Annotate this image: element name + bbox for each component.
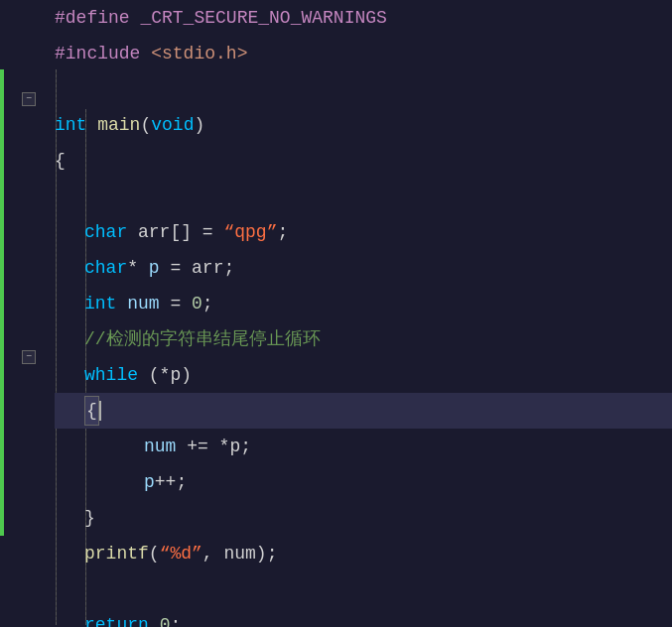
printf-format: “%d”	[160, 540, 202, 568]
line-while-close-brace: }	[55, 500, 672, 536]
while-cond: (*p)	[138, 361, 192, 390]
p-increment: ++;	[155, 468, 187, 497]
while-brace-close: }	[84, 504, 95, 533]
plus-assign: += *p;	[176, 433, 251, 461]
main-close-paren: )	[194, 111, 204, 140]
keyword-char-2: char	[84, 254, 127, 283]
var-num: num	[127, 290, 159, 318]
fold-icon-while[interactable]: −	[22, 350, 36, 364]
line-blank-1	[55, 71, 672, 107]
string-qpg: “qpg”	[223, 218, 277, 247]
comment-text: //检测的字符串结尾停止循环	[84, 325, 321, 354]
line-while-open-brace: {	[55, 393, 672, 429]
brace-open: {	[55, 147, 66, 176]
var-p: p	[149, 254, 160, 283]
line-return: return 0;	[55, 607, 672, 627]
function-main: main	[97, 111, 140, 140]
line-while: while (*p)	[55, 357, 672, 393]
keyword-return: return	[84, 611, 149, 627]
space-num	[116, 290, 127, 318]
semicolon-1: ;	[277, 218, 288, 247]
assign-num: =	[160, 290, 192, 318]
keyword-int: int	[55, 111, 97, 140]
line-printf: printf(“%d”, num);	[55, 536, 672, 571]
line-include: #include <stdio.h>	[55, 36, 672, 71]
line-int-num: int num = 0;	[55, 286, 672, 321]
arr-decl: arr[] =	[127, 218, 223, 247]
green-bar-2	[0, 347, 4, 536]
fn-printf: printf	[84, 540, 149, 568]
return-zero: 0	[160, 611, 171, 627]
keyword-while: while	[84, 361, 138, 390]
text-cursor	[99, 401, 101, 421]
code-editor[interactable]: − − #define _CRT_SECURE_NO_WARNINGS #inc…	[0, 0, 672, 627]
while-brace-open: {	[84, 396, 99, 427]
return-semicolon: ;	[170, 611, 181, 627]
preprocessor-define: #define _CRT_SECURE_NO_WARNINGS	[55, 4, 387, 33]
ptr-p-decl: *	[127, 254, 149, 283]
assign-p: = arr;	[160, 254, 235, 283]
code-lines: #define _CRT_SECURE_NO_WARNINGS #include…	[40, 0, 672, 627]
fold-icon-main[interactable]: −	[22, 92, 36, 106]
line-blank-3	[55, 571, 672, 607]
line-char-arr: char arr[] = “qpg”;	[55, 214, 672, 250]
line-p-inc: p++;	[55, 464, 672, 500]
keyword-char-1: char	[84, 218, 127, 247]
code-area: − − #define _CRT_SECURE_NO_WARNINGS #inc…	[0, 0, 672, 627]
line-num-plus: num += *p;	[55, 429, 672, 464]
num-zero: 0	[192, 290, 202, 318]
keyword-int-2: int	[84, 290, 116, 318]
line-blank-2	[55, 179, 672, 214]
include-path: <stdio.h>	[151, 40, 247, 68]
var-p-2: p	[144, 468, 155, 497]
line-main-def: int main(void)	[55, 107, 672, 143]
preprocessor-include: #include	[55, 40, 151, 68]
var-num-2: num	[144, 433, 176, 461]
line-define: #define _CRT_SECURE_NO_WARNINGS	[55, 0, 672, 36]
printf-args: , num);	[202, 540, 278, 568]
line-open-brace: {	[55, 143, 672, 179]
printf-open: (	[149, 540, 160, 568]
return-value	[149, 611, 160, 627]
keyword-void: void	[151, 111, 194, 140]
main-params: (	[140, 111, 151, 140]
green-bar-1	[0, 69, 4, 347]
semicolon-2: ;	[202, 290, 213, 318]
line-char-p: char* p = arr;	[55, 250, 672, 286]
line-comment: //检测的字符串结尾停止循环	[55, 321, 672, 357]
